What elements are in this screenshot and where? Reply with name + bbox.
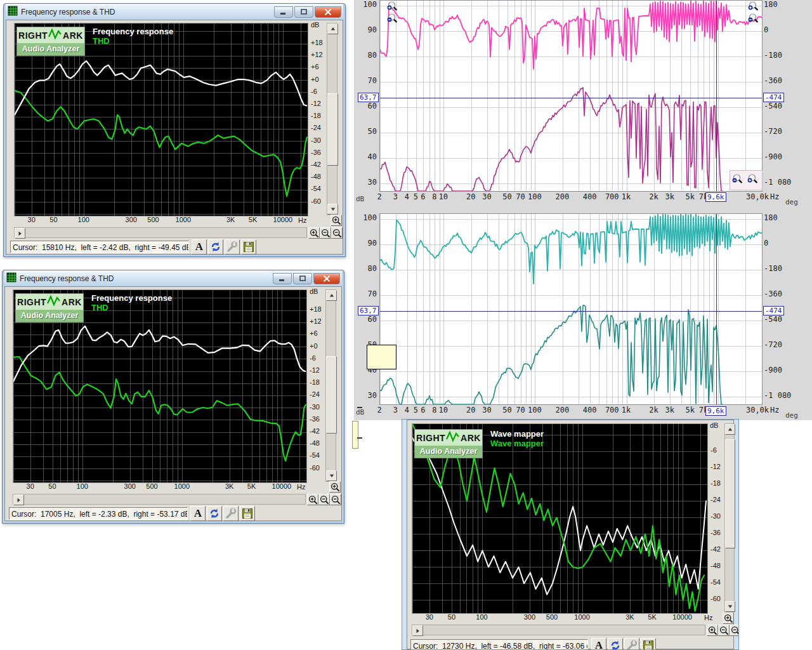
spectrum-canvas-teal[interactable] — [379, 213, 763, 405]
axis-tick-label: 3K — [226, 216, 235, 223]
axis-tick-label: 3K — [225, 482, 233, 490]
zoom-in-icon[interactable] — [387, 1, 398, 12]
title-bar[interactable]: Frequency response & THD — [4, 270, 342, 286]
scroll-up-button[interactable] — [725, 424, 735, 435]
axis-tick-label: +12 — [310, 317, 322, 325]
axis-tick-label: 30 — [27, 482, 34, 490]
axis-tick-label: -48 — [311, 173, 321, 180]
zoom-in-button[interactable] — [307, 494, 318, 505]
settings-wrench-button[interactable] — [624, 638, 639, 650]
axis-tick-label: 100 — [528, 192, 542, 201]
axis-tick-label: -360 — [764, 289, 793, 298]
minimize-button[interactable] — [273, 273, 292, 284]
zoom-in-button[interactable] — [329, 481, 341, 493]
vertical-scrollbar[interactable] — [724, 423, 735, 613]
scroll-down-button[interactable] — [725, 601, 735, 612]
axis-tick-label: 3k — [665, 192, 674, 201]
font-button[interactable]: A — [190, 506, 206, 521]
axis-tick-label: 30 — [28, 216, 36, 223]
background-fragment — [357, 407, 362, 408]
legend-frequency-response: Frequency response — [91, 293, 172, 303]
zoom-out-button[interactable] — [331, 227, 343, 239]
cursor-status-field: Cursor: 15810 Hz, left = -2.42 dB, right… — [10, 241, 189, 253]
zoom-in-button[interactable] — [707, 625, 718, 636]
zoom-out-icon[interactable] — [387, 13, 398, 24]
minimize-button[interactable] — [274, 6, 293, 18]
save-button[interactable] — [641, 638, 656, 650]
axis-tick-label: 6 — [421, 192, 425, 201]
title-bar[interactable]: Frequency response & THD — [6, 4, 343, 20]
refresh-button[interactable] — [207, 506, 222, 521]
logo-subtitle: Audio Analyzer — [16, 310, 83, 322]
scrollbar-thumb[interactable] — [326, 356, 337, 434]
spectrum-canvas-magenta[interactable] — [379, 0, 763, 192]
window-title: Frequency response & THD — [21, 8, 271, 17]
zoom-out-button[interactable] — [320, 227, 331, 239]
axis-tick-label: 0 — [764, 25, 793, 34]
zoom-out-button[interactable] — [718, 625, 730, 636]
axis-tick-label: 5K — [247, 482, 256, 490]
axis-tick-label: 10 — [439, 192, 448, 201]
maximize-button[interactable] — [293, 273, 312, 284]
right-axis-unit-label: deg — [785, 411, 798, 420]
font-button[interactable]: A — [192, 239, 207, 255]
axis-tick-label: 50 — [357, 127, 377, 136]
zoom-out-icon[interactable] — [732, 174, 743, 185]
close-button[interactable] — [313, 273, 340, 284]
scroll-up-button[interactable] — [327, 23, 338, 34]
refresh-button[interactable] — [608, 638, 623, 650]
scroll-down-button[interactable] — [327, 204, 338, 215]
x-axis-unit-label: Hz — [297, 483, 305, 491]
zoom-in-button[interactable] — [723, 613, 734, 624]
axis-tick-label: 30,0k — [746, 192, 769, 201]
axis-tick-label: 1k — [622, 406, 631, 415]
scroll-right-button[interactable] — [13, 494, 24, 505]
scroll-up-button[interactable] — [326, 290, 337, 301]
axis-tick-label: -30 — [311, 136, 321, 144]
zoom-in-icon[interactable] — [747, 174, 758, 185]
axis-tick-label: -48 — [310, 439, 320, 447]
zoom-in-icon[interactable] — [748, 1, 759, 12]
scroll-right-button[interactable] — [15, 228, 25, 239]
horizontal-scrollbar[interactable] — [13, 494, 306, 505]
zoom-out-button[interactable] — [318, 494, 330, 505]
legend-wave-mapper-left: Wave mapper — [490, 429, 544, 439]
axis-tick-label: 300 — [126, 216, 137, 223]
zoom-in-button[interactable] — [331, 215, 342, 226]
zoom-out-button[interactable] — [330, 494, 341, 505]
scrollbar-thumb[interactable] — [327, 93, 338, 166]
axis-tick-label: -900 — [764, 152, 793, 161]
axis-tick-label: -540 — [764, 315, 793, 324]
scrollbar-thumb[interactable] — [725, 439, 735, 548]
close-button[interactable] — [315, 6, 341, 18]
y-axis-unit-label: dB — [310, 288, 318, 295]
maximize-button[interactable] — [294, 6, 313, 18]
axis-tick-label: 5K — [648, 613, 656, 621]
app-icon — [6, 272, 16, 285]
left-axis-unit-label: dB — [356, 195, 364, 203]
zoom-out-button[interactable] — [730, 625, 739, 636]
refresh-button[interactable] — [208, 239, 223, 255]
save-button[interactable] — [241, 239, 256, 255]
axis-tick-label: 30 — [482, 192, 491, 201]
y-axis-unit-label: dB — [311, 21, 319, 29]
axis-tick-label: -30 — [710, 512, 721, 520]
waveform-logo-icon — [46, 295, 62, 309]
save-button[interactable] — [240, 506, 255, 521]
scroll-down-button[interactable] — [326, 470, 337, 481]
vertical-scrollbar[interactable] — [325, 289, 336, 482]
zoom-out-icon[interactable] — [748, 13, 759, 24]
font-button[interactable]: A — [591, 638, 606, 650]
horizontal-scrollbar[interactable] — [14, 227, 307, 238]
desktop: 63,7 -474 9,6k dB deg 100908070605040301… — [0, 0, 812, 650]
settings-wrench-button[interactable] — [225, 239, 240, 255]
horizontal-scrollbar[interactable] — [412, 625, 705, 635]
vertical-scrollbar[interactable] — [327, 23, 337, 215]
settings-wrench-button[interactable] — [223, 506, 239, 521]
axis-tick-label: -900 — [764, 366, 793, 375]
scroll-right-button[interactable] — [412, 625, 423, 636]
axis-tick-label: 30 — [482, 406, 491, 415]
rmaa-logo: RIGHTARK Audio Analyzer — [16, 27, 85, 56]
zoom-in-button[interactable] — [308, 227, 320, 239]
spectrum-panel-teal: 63,7 -474 9,6k dB deg 100908070605040301… — [354, 209, 812, 420]
